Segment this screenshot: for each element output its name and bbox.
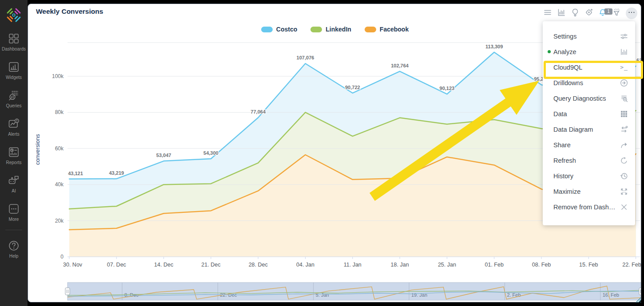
- menu-item-query-diagnostics[interactable]: Query Diagnostics: [543, 90, 635, 106]
- menu-item-label: Settings: [553, 33, 576, 40]
- svg-text:21. Dec: 21. Dec: [201, 262, 220, 268]
- svg-text:53,047: 53,047: [156, 153, 171, 158]
- dashboards-icon: [8, 33, 20, 44]
- menu-item-label: Remove from Dash…: [553, 204, 615, 211]
- svg-text:07. Dec: 07. Dec: [107, 262, 126, 268]
- queries-icon: [8, 90, 20, 101]
- svg-text:107,076: 107,076: [297, 55, 314, 60]
- svg-text:90,123: 90,123: [440, 86, 455, 91]
- sidebar-item-label: Alerts: [8, 132, 20, 137]
- sidebar-item-dashboards[interactable]: Dashboards: [0, 33, 28, 51]
- sidebar-item-queries[interactable]: Queries: [0, 90, 28, 108]
- sidebar-item-more[interactable]: More: [0, 203, 28, 222]
- menu-item-data[interactable]: Data: [543, 106, 635, 122]
- menu-item-label: Data Diagram: [553, 126, 593, 133]
- reports-icon: [8, 146, 20, 158]
- svg-text:25. Jan: 25. Jan: [438, 262, 456, 268]
- sidebar-item-label: Dashboards: [2, 47, 26, 51]
- svg-text:54,300: 54,300: [203, 150, 219, 156]
- widget-menu-dropdown: SettingsAnalyzeCloud9QL>_DrilldownsQuery…: [543, 21, 635, 225]
- widgets-icon: [8, 61, 20, 73]
- close-icon: [620, 203, 628, 211]
- svg-text:80k: 80k: [55, 109, 64, 115]
- maximize-icon: [620, 188, 628, 196]
- drilldown-icon: [620, 79, 628, 87]
- analyze-icon: [620, 48, 628, 56]
- navigator-track[interactable]: [68, 282, 641, 300]
- menu-item-label: Analyze: [553, 48, 576, 55]
- menu-item-data-diagram[interactable]: Data Diagram: [543, 122, 635, 137]
- sidebar-item-alerts[interactable]: Alerts: [0, 118, 28, 137]
- svg-text:22. Feb: 22. Feb: [622, 262, 641, 268]
- help-icon: [8, 240, 20, 251]
- svg-text:43,219: 43,219: [109, 170, 124, 176]
- svg-text:14. Dec: 14. Dec: [154, 262, 173, 268]
- menu-item-label: Data: [553, 110, 567, 118]
- svg-text:60k: 60k: [55, 145, 64, 152]
- svg-text:08. Feb: 08. Feb: [532, 262, 551, 268]
- sidebar-item-label: More: [9, 217, 19, 222]
- svg-text:18. Jan: 18. Jan: [391, 262, 409, 268]
- share-icon: [620, 141, 628, 149]
- sidebar-divider: [5, 230, 22, 230]
- settings-icon: [620, 32, 628, 40]
- svg-text:28. Dec: 28. Dec: [249, 262, 268, 268]
- screen: DashboardsWidgetsQueriesAlertsReportsAIM…: [0, 0, 644, 306]
- svg-text:100k: 100k: [52, 73, 64, 79]
- menu-item-refresh[interactable]: Refresh: [543, 153, 635, 168]
- qdiag-icon: [620, 94, 628, 102]
- menu-item-drilldowns[interactable]: Drilldowns: [543, 75, 635, 90]
- menu-item-label: Cloud9QL: [553, 64, 582, 71]
- svg-text:15. Feb: 15. Feb: [579, 262, 598, 268]
- sidebar-item-reports[interactable]: Reports: [0, 146, 28, 165]
- sidebar-item-ai[interactable]: AI: [0, 175, 28, 193]
- svg-text:20k: 20k: [55, 218, 64, 224]
- sidebar-item-label: Reports: [6, 160, 21, 165]
- app-sidebar: DashboardsWidgetsQueriesAlertsReportsAIM…: [0, 0, 28, 306]
- menu-item-label: History: [553, 173, 573, 180]
- svg-text:conversions: conversions: [34, 134, 41, 165]
- menu-item-remove-from-dash[interactable]: Remove from Dash…: [543, 199, 635, 215]
- sidebar-item-label: Queries: [6, 103, 21, 108]
- navigator-handle-left[interactable]: [65, 288, 70, 295]
- menu-item-share[interactable]: Share: [543, 137, 635, 153]
- menu-item-label: Query Diagnostics: [553, 95, 606, 102]
- app-logo-icon[interactable]: [6, 7, 22, 23]
- svg-text:8. Dec: 8. Dec: [124, 292, 139, 298]
- sidebar-item-label: Widgets: [6, 75, 22, 80]
- menu-item-label: Maximize: [553, 188, 580, 195]
- svg-text:01. Feb: 01. Feb: [485, 262, 504, 268]
- refresh-icon: [620, 157, 628, 165]
- svg-text:0: 0: [60, 254, 64, 260]
- sidebar-item-label: Help: [9, 254, 19, 259]
- svg-text:16. Feb: 16. Feb: [603, 292, 619, 298]
- more-icon: [8, 203, 20, 215]
- menu-item-cloud9ql[interactable]: Cloud9QL>_: [543, 59, 635, 75]
- menu-item-maximize[interactable]: Maximize: [543, 184, 635, 199]
- svg-text:30. Nov: 30. Nov: [63, 262, 83, 268]
- svg-text:04. Jan: 04. Jan: [296, 262, 314, 268]
- menu-item-analyze[interactable]: Analyze: [543, 44, 635, 59]
- diagram-icon: [620, 126, 628, 133]
- svg-text:40k: 40k: [55, 181, 64, 188]
- ai-icon: [8, 175, 20, 186]
- menu-item-label: Refresh: [553, 157, 576, 164]
- terminal-icon: >_: [620, 63, 628, 71]
- sidebar-item-label: AI: [12, 188, 16, 193]
- svg-text:90,722: 90,722: [345, 85, 360, 90]
- svg-text:11. Jan: 11. Jan: [344, 262, 362, 268]
- history-icon: [620, 172, 628, 180]
- active-dot: [548, 50, 551, 53]
- datagrid-icon: [620, 110, 628, 118]
- svg-text:43,121: 43,121: [68, 171, 83, 176]
- menu-item-settings[interactable]: Settings: [543, 28, 635, 44]
- menu-item-label: Share: [553, 141, 571, 149]
- navigator-handle-right[interactable]: [639, 288, 641, 295]
- menu-item-history[interactable]: History: [543, 168, 635, 184]
- sidebar-item-help[interactable]: Help: [0, 240, 28, 259]
- svg-text:102,764: 102,764: [391, 63, 409, 68]
- alerts-icon: [8, 118, 20, 129]
- resize-grip-icon[interactable]: [634, 296, 642, 303]
- sidebar-item-widgets[interactable]: Widgets: [0, 61, 28, 80]
- menu-item-label: Drilldowns: [553, 79, 583, 86]
